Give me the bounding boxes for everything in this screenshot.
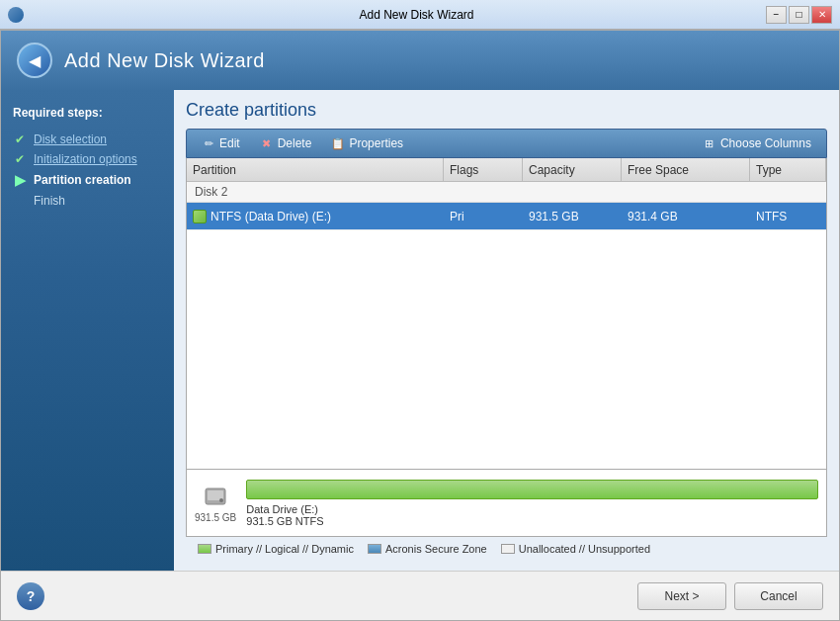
acronis-label: Acronis Secure Zone [385, 543, 487, 555]
columns-icon: ⊞ [703, 136, 716, 150]
wizard-footer: ? Next > Cancel [1, 571, 839, 620]
table-row[interactable]: NTFS (Data Drive) (E:) Pri 931.5 GB 931.… [187, 203, 826, 230]
content-area: Required steps: ✔ Disk selection ✔ Initi… [1, 90, 839, 571]
delete-icon: ✖ [260, 136, 274, 150]
col-free-space: Free Space [622, 158, 750, 181]
disk-bar-wrap: Data Drive (E:) 931.5 GB NTFS [246, 480, 818, 527]
close-button[interactable]: ✕ [811, 6, 832, 24]
sidebar-item-partition-creation: ▶ Partition creation [13, 169, 162, 191]
footer-left: ? [17, 582, 44, 610]
cell-free-space: 931.4 GB [622, 203, 750, 229]
legend-unallocated: Unallocated // Unsupported [501, 543, 650, 555]
sidebar-title: Required steps: [13, 106, 162, 120]
legend-acronis: Acronis Secure Zone [368, 543, 487, 555]
primary-swatch [198, 544, 211, 554]
panel-title: Create partitions [186, 100, 827, 121]
sidebar-item-disk-selection[interactable]: ✔ Disk selection [13, 130, 162, 149]
maximize-button[interactable]: □ [789, 6, 809, 24]
edit-button[interactable]: ✏ Edit [193, 133, 249, 154]
disk-drive-name: Data Drive (E:) [246, 503, 818, 515]
disk-bar-labels: Data Drive (E:) 931.5 GB NTFS [246, 503, 818, 527]
init-options-link[interactable]: Initialization options [34, 152, 137, 166]
col-type: Type [750, 158, 826, 181]
col-capacity: Capacity [523, 158, 622, 181]
disk-icon [202, 483, 229, 510]
disk-bar-area: 931.5 GB Data Drive (E:) 931.5 GB NTFS [186, 470, 827, 537]
col-flags: Flags [444, 158, 523, 181]
edit-icon: ✏ [202, 136, 215, 150]
wizard-title: Add New Disk Wizard [64, 49, 265, 72]
wizard-header: ◀ Add New Disk Wizard [1, 31, 839, 90]
check-icon-disk: ✔ [15, 133, 29, 146]
footer-right: Next > Cancel [637, 582, 823, 610]
choose-columns-button[interactable]: ⊞ Choose Columns [694, 133, 820, 154]
minimize-button[interactable]: − [766, 6, 787, 24]
title-bar: Add New Disk Wizard − □ ✕ [0, 0, 840, 30]
cell-type: NTFS [750, 203, 826, 229]
sidebar-item-finish: Finish [13, 191, 162, 211]
unallocated-swatch [501, 544, 515, 554]
disk-icon-wrap: 931.5 GB [195, 483, 236, 523]
disk-selection-link[interactable]: Disk selection [34, 133, 107, 146]
legend: Primary // Logical // Dynamic Acronis Se… [186, 537, 827, 561]
legend-primary: Primary // Logical // Dynamic [198, 543, 354, 555]
disk-detail: 931.5 GB NTFS [246, 515, 818, 527]
cancel-button[interactable]: Cancel [734, 582, 823, 610]
sidebar-item-init-options[interactable]: ✔ Initialization options [13, 149, 162, 169]
disk-group-label: Disk 2 [187, 182, 826, 203]
check-icon-init: ✔ [15, 152, 29, 166]
properties-icon: 📋 [331, 136, 345, 150]
primary-label: Primary // Logical // Dynamic [215, 543, 354, 555]
partition-table: Partition Flags Capacity Free Space Type… [186, 158, 827, 470]
partition-toolbar: ✏ Edit ✖ Delete 📋 Properties ⊞ Choose Co… [186, 129, 827, 158]
unallocated-label: Unallocated // Unsupported [519, 543, 650, 555]
active-arrow-icon: ▶ [15, 172, 29, 188]
help-button[interactable]: ? [17, 582, 44, 610]
col-partition: Partition [187, 158, 444, 181]
sidebar: Required steps: ✔ Disk selection ✔ Initi… [1, 90, 174, 571]
partition-creation-label: Partition creation [34, 173, 131, 187]
window-title: Add New Disk Wizard [67, 8, 766, 22]
delete-button[interactable]: ✖ Delete [251, 133, 321, 154]
main-panel: Create partitions ✏ Edit ✖ Delete 📋 Prop… [174, 90, 839, 571]
disk-size-label: 931.5 GB [195, 512, 236, 523]
next-button[interactable]: Next > [637, 582, 726, 610]
table-header: Partition Flags Capacity Free Space Type [187, 158, 826, 182]
main-window: ◀ Add New Disk Wizard Required steps: ✔ … [0, 30, 840, 621]
acronis-swatch [368, 544, 381, 554]
window-controls: − □ ✕ [766, 6, 832, 24]
svg-point-2 [219, 498, 223, 502]
cell-partition-name: NTFS (Data Drive) (E:) [187, 203, 444, 229]
partition-icon [193, 210, 207, 223]
cell-flags: Pri [444, 203, 523, 229]
cell-capacity: 931.5 GB [523, 203, 622, 229]
finish-label: Finish [34, 194, 65, 208]
properties-button[interactable]: 📋 Properties [322, 133, 412, 154]
disk-bar-visual [246, 480, 818, 499]
back-icon[interactable]: ◀ [17, 43, 52, 78]
